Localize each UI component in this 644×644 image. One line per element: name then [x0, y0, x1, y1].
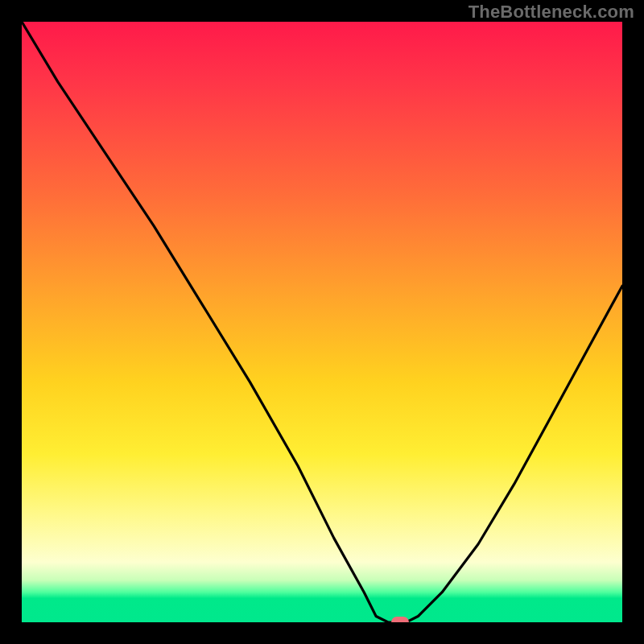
attribution-text: TheBottleneck.com — [469, 2, 634, 23]
bottleneck-curve — [22, 22, 622, 622]
chart-frame: TheBottleneck.com — [0, 0, 644, 644]
optimal-point-marker — [391, 617, 409, 622]
curve-path — [22, 22, 622, 622]
plot-area — [22, 22, 622, 622]
